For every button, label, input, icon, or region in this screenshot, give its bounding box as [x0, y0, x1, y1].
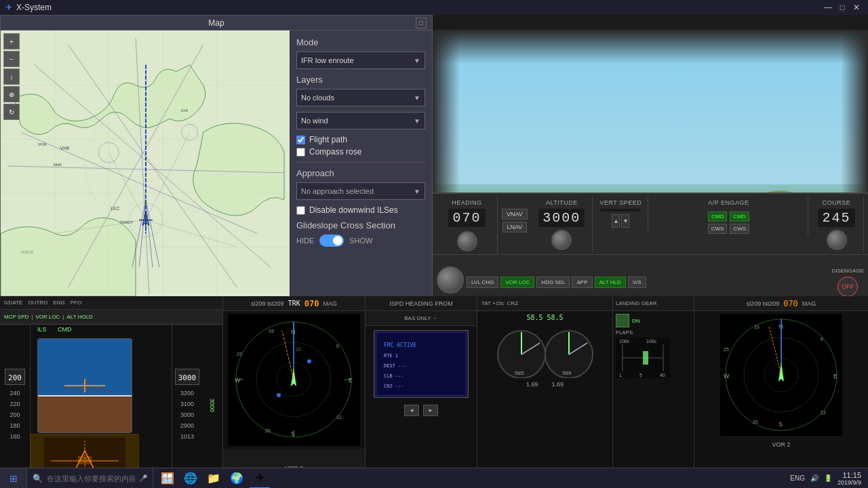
vert-speed-display: [600, 209, 641, 211]
svg-text:100c: 100c: [619, 339, 630, 344]
map-close-button[interactable]: □: [416, 18, 427, 28]
disable-downwind-checkbox[interactable]: [296, 206, 305, 215]
vs-button[interactable]: V/S: [628, 277, 646, 288]
map-canvas[interactable]: + − ↕ ⊕ ↻: [1, 30, 290, 297]
vor2-label-area: VOR 2: [694, 436, 868, 451]
hdg-sel-button[interactable]: HDG SEL: [536, 277, 570, 288]
fmc-btn-1[interactable]: ◄: [404, 405, 419, 416]
course-knob[interactable]: [827, 230, 847, 250]
flight-path-checkbox[interactable]: [296, 136, 305, 144]
cmd-button-1[interactable]: CMD: [708, 211, 727, 222]
svg-text:33: 33: [269, 329, 274, 333]
gear-indicator-nose: [616, 314, 629, 327]
second-hsi: si209 tst209 070 MAG N S W E: [694, 296, 868, 488]
approach-dropdown[interactable]: No approach selected ▼: [296, 182, 425, 200]
taskbar-files-btn[interactable]: 📁: [203, 468, 224, 489]
zoom-in-button[interactable]: +: [3, 33, 20, 49]
disable-downwind-label: Disable downwind ILSes: [309, 205, 398, 215]
app-button[interactable]: APP: [572, 277, 592, 288]
svg-text:25: 25: [237, 352, 242, 357]
fmc-btn-2[interactable]: ►: [423, 405, 438, 416]
wind-dropdown[interactable]: No wind ▼: [296, 112, 425, 129]
crz-label: CRZ: [507, 300, 518, 306]
cmd-button-2[interactable]: CMD: [730, 211, 749, 222]
taskbar-windows-btn[interactable]: 🪟: [157, 468, 178, 489]
svg-text:VHK: VHK: [60, 146, 71, 150]
svg-text:20: 20: [753, 420, 758, 424]
fmc-subheading: BAS ONLY ←: [366, 311, 477, 326]
cws-button-1[interactable]: CWS: [708, 224, 728, 234]
hsi2-heading: 070: [783, 299, 798, 308]
heading-strip: si209 tst209 TRK 070 MAG: [223, 296, 365, 311]
flight-path-label: Flight path: [309, 135, 347, 144]
landing-gear-label: LANDING GEAR: [616, 300, 656, 306]
disengage-section: DISENGAGE OFF: [831, 268, 864, 297]
taskbar-maps-btn[interactable]: 🌍: [226, 468, 247, 489]
pan-button[interactable]: ↕: [3, 68, 20, 85]
heading-readout: TRK: [288, 300, 300, 307]
n1-value-2: 58.5: [547, 314, 564, 321]
taskbar-browser-btn[interactable]: 🌐: [180, 468, 201, 489]
alt-hld-button[interactable]: ALT HLD: [595, 277, 626, 288]
disengage-button[interactable]: OFF: [837, 277, 858, 297]
adi-display: [37, 338, 132, 433]
altitude-knob[interactable]: [551, 230, 572, 250]
lvl-chg-button[interactable]: LVL CHG: [467, 277, 498, 288]
wind-value: No wind: [301, 117, 328, 125]
thr-label: TAT +15c: [481, 300, 505, 306]
cws-button-2[interactable]: CWS: [730, 224, 749, 234]
svg-text:□□□□□: □□□□□: [21, 250, 33, 254]
date-display: 2019/9/9: [837, 479, 861, 486]
glideslope-toggle-row: HIDE SHOW: [296, 235, 425, 247]
glideslope-toggle[interactable]: [319, 235, 344, 247]
svg-text:E: E: [833, 373, 837, 380]
rotate-button[interactable]: ↻: [3, 104, 20, 120]
taskbar-xplane-btn[interactable]: ✈: [250, 468, 270, 489]
minimize-button[interactable]: —: [821, 3, 835, 12]
start-button[interactable]: ⊞: [0, 468, 27, 489]
heading-mag: 070: [304, 299, 319, 308]
eng-row-1: 58.5 58.5: [526, 314, 563, 321]
fmc-screen: FMC ACTIVE RTE 1 DEST --- CLB --- CRZ --…: [374, 330, 469, 398]
clouds-dropdown[interactable]: No clouds ▼: [296, 89, 425, 106]
left-data-strip: 0/DATE OUTRO ENG PFO: [0, 296, 222, 310]
vor-loc-button[interactable]: VOR LOC: [500, 277, 534, 288]
center-button[interactable]: ⊕: [3, 86, 20, 102]
wind-arrow: ▼: [414, 117, 420, 125]
vnav-button[interactable]: VNAV: [502, 209, 528, 220]
svg-text:25: 25: [724, 347, 729, 352]
lnav-button[interactable]: LNAV: [502, 222, 528, 232]
vs-down-button[interactable]: ▼: [621, 214, 629, 228]
flaps-label: FLAPS: [616, 329, 691, 336]
vnav-lnav-section: VNAV LNAV: [499, 197, 530, 232]
svg-text:CRZ  ---: CRZ ---: [384, 384, 404, 389]
altitude-tape: 3000 32003100300029001013: [172, 325, 202, 486]
map-tools: + − ↕ ⊕ ↻: [3, 33, 20, 120]
compass-rose-checkbox[interactable]: [296, 148, 305, 157]
mode-dropdown[interactable]: IFR low enroute ▼: [296, 52, 425, 69]
vs-up-button[interactable]: ▲: [612, 214, 620, 228]
altitude-label: ALTITUDE: [546, 199, 578, 206]
window-controls: — □ ✕: [821, 3, 863, 12]
spd-knob[interactable]: [437, 266, 464, 293]
volume-icon: 🔋: [824, 474, 832, 482]
approach-value: No approach selected: [301, 187, 374, 195]
map-settings-panel: Mode IFR low enroute ▼ Layers No clouds …: [290, 30, 432, 297]
svg-text:S: S: [291, 430, 295, 437]
close-button[interactable]: ✕: [850, 3, 863, 12]
hsi2-label: si209 tst209: [747, 300, 780, 307]
svg-text:VHSK: VHSK: [38, 143, 47, 146]
maximize-button[interactable]: □: [837, 3, 848, 12]
heading-knob[interactable]: [457, 231, 477, 251]
network-icon: 🔊: [810, 474, 818, 482]
zoom-out-button[interactable]: −: [3, 51, 20, 67]
svg-text:12: 12: [336, 415, 342, 420]
svg-text:6: 6: [336, 344, 339, 348]
bas-only-label: BAS ONLY ←: [404, 315, 438, 321]
taskbar: ⊞ 🔍 🎤 🪟 🌐 📁 🌍 ✈ ENG 🔊 🔋 11:15 2019/9/9: [0, 468, 868, 488]
main-content: Map □ + − ↕ ⊕ ↻: [0, 15, 868, 488]
mode-dropdown-arrow: ▼: [414, 57, 420, 64]
cockpit-view: HEADING 070 VNAV LNAV ALTITUDE: [433, 30, 868, 311]
engine-panel: TAT +15c CRZ 58.5 58.5: [477, 296, 612, 488]
search-input[interactable]: [47, 474, 135, 483]
